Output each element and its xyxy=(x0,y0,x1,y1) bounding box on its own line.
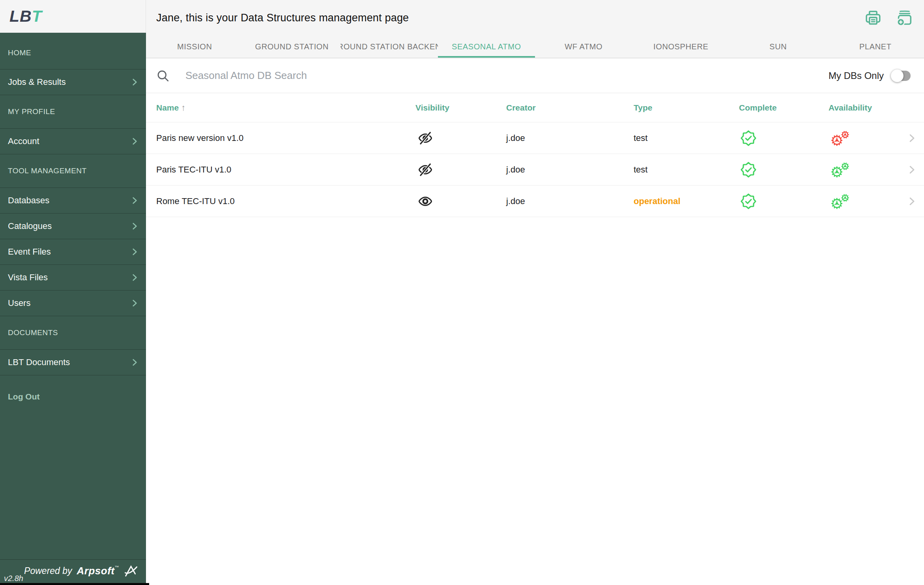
my-dbs-only-toggle[interactable] xyxy=(892,71,911,81)
sidebar-section-home: HOME xyxy=(0,33,146,69)
sidebar-item-users[interactable]: Users xyxy=(0,290,146,316)
arpsoft-brand: Arpsoft™ xyxy=(77,565,119,577)
visibility-on-icon xyxy=(418,194,433,209)
sidebar-group: Account xyxy=(0,128,146,154)
sidebar-item-label: Event Files xyxy=(8,247,51,257)
sidebar-section-tool-management: TOOL MANAGEMENT xyxy=(0,154,146,188)
sidebar-item-label: Account xyxy=(8,136,39,146)
column-header-visibility[interactable]: Visibility xyxy=(415,103,506,112)
sidebar-group: LBT Documents xyxy=(0,349,146,375)
powered-by-label: Powered by xyxy=(24,566,72,576)
complete-check-icon xyxy=(741,193,756,209)
table-row[interactable]: Paris new version v1.0 j.doe test xyxy=(146,122,924,154)
sidebar-group: Databases Catalogues Event Files Vista F… xyxy=(0,188,146,316)
row-chevron-icon[interactable] xyxy=(906,132,918,144)
main-content: Jane, this is your Data Structures manag… xyxy=(146,0,924,585)
table-row[interactable]: Paris TEC-ITU v1.0 j.doe test xyxy=(146,154,924,186)
logo-area: LBT xyxy=(0,0,146,33)
chevron-right-icon xyxy=(129,357,140,368)
sidebar-item-event-files[interactable]: Event Files xyxy=(0,239,146,264)
tab-planet[interactable]: PLANET xyxy=(827,36,924,58)
chevron-right-icon xyxy=(129,77,140,87)
topbar: Jane, this is your Data Structures manag… xyxy=(146,0,924,36)
sidebar-item-vista-files[interactable]: Vista Files xyxy=(0,264,146,290)
search-input[interactable] xyxy=(185,69,817,82)
sort-asc-icon: ↑ xyxy=(181,103,185,112)
visibility-off-icon xyxy=(418,131,433,146)
table-row[interactable]: Rome TEC-ITU v1.0 j.doe operational xyxy=(146,186,924,217)
sidebar-item-databases[interactable]: Databases xyxy=(0,188,146,213)
print-icon[interactable] xyxy=(864,9,882,27)
trademark: ™ xyxy=(115,565,120,570)
db-name: Paris TEC-ITU v1.0 xyxy=(146,165,415,175)
logout-button[interactable]: Log Out xyxy=(0,392,146,401)
tab-ground-station-backend[interactable]: GROUND STATION BACKEND xyxy=(340,36,438,58)
db-creator: j.doe xyxy=(506,165,634,175)
column-header-availability[interactable]: Availability xyxy=(829,103,903,112)
toggle-thumb xyxy=(891,69,903,82)
db-type: test xyxy=(634,133,739,143)
arpsoft-logo-icon xyxy=(124,565,138,578)
sidebar-item-jobs-results[interactable]: Jobs & Results xyxy=(0,69,146,95)
sidebar-item-account[interactable]: Account xyxy=(0,128,146,154)
column-header-complete[interactable]: Complete xyxy=(739,103,829,112)
tab-ground-station[interactable]: GROUND STATION xyxy=(243,36,341,58)
row-chevron-icon[interactable] xyxy=(906,195,918,207)
sidebar: LBT HOME Jobs & Results MY PROFILE Accou… xyxy=(0,0,146,585)
app-version: v2.8h xyxy=(4,574,23,583)
db-name: Rome TEC-ITU v1.0 xyxy=(146,196,415,206)
tab-wf-atmo[interactable]: WF ATMO xyxy=(535,36,632,58)
row-chevron-icon[interactable] xyxy=(906,164,918,176)
chevron-right-icon xyxy=(129,298,140,308)
tab-bar: MISSION GROUND STATION GROUND STATION BA… xyxy=(146,36,924,58)
logo-primary: LB xyxy=(9,7,32,25)
search-bar: My DBs Only xyxy=(146,58,924,93)
sidebar-section-documents: DOCUMENTS xyxy=(0,316,146,349)
my-dbs-only-label: My DBs Only xyxy=(829,70,884,81)
add-database-icon[interactable] xyxy=(896,9,914,27)
logo-accent: T xyxy=(32,7,42,25)
sidebar-item-label: Users xyxy=(8,298,30,308)
db-creator: j.doe xyxy=(506,196,634,206)
db-creator: j.doe xyxy=(506,133,634,143)
sidebar-group: Jobs & Results xyxy=(0,69,146,95)
tab-ionosphere[interactable]: IONOSPHERE xyxy=(632,36,730,58)
chevron-right-icon xyxy=(129,136,140,146)
availability-gears-icon-available xyxy=(829,193,851,210)
sidebar-item-label: LBT Documents xyxy=(8,357,70,368)
sidebar-item-catalogues[interactable]: Catalogues xyxy=(0,213,146,239)
sidebar-item-label: Jobs & Results xyxy=(8,77,66,87)
sidebar-item-label: Catalogues xyxy=(8,221,52,231)
tab-sun[interactable]: SUN xyxy=(729,36,827,58)
tab-mission[interactable]: MISSION xyxy=(146,36,243,58)
sidebar-section-my-profile: MY PROFILE xyxy=(0,95,146,128)
page-title: Jane, this is your Data Structures manag… xyxy=(156,12,409,24)
chevron-right-icon xyxy=(129,195,140,206)
sidebar-item-label: Vista Files xyxy=(8,272,48,283)
chevron-right-icon xyxy=(129,221,140,231)
search-icon xyxy=(156,69,170,82)
chevron-right-icon xyxy=(129,247,140,257)
db-type: operational xyxy=(634,196,739,206)
sidebar-item-label: Databases xyxy=(8,195,49,206)
availability-gears-icon-unavailable xyxy=(829,129,851,147)
complete-check-icon xyxy=(741,130,756,146)
complete-check-icon xyxy=(741,162,756,178)
availability-gears-icon-available xyxy=(829,161,851,178)
my-dbs-only-control: My DBs Only xyxy=(829,70,911,81)
tab-seasonal-atmo[interactable]: SEASONAL ATMO xyxy=(438,36,535,58)
db-type: test xyxy=(634,165,739,175)
db-name: Paris new version v1.0 xyxy=(146,133,415,143)
chevron-right-icon xyxy=(129,272,140,283)
window-edge xyxy=(0,583,149,585)
column-header-name[interactable]: Name↑ xyxy=(146,103,415,113)
column-header-creator[interactable]: Creator xyxy=(506,103,634,112)
table-header: Name↑ Visibility Creator Type Complete A… xyxy=(146,93,924,122)
visibility-off-icon xyxy=(418,162,433,177)
sidebar-item-lbt-documents[interactable]: LBT Documents xyxy=(0,349,146,375)
column-header-type[interactable]: Type xyxy=(634,103,739,112)
topbar-actions xyxy=(864,9,914,27)
app-logo: LBT xyxy=(9,8,42,24)
